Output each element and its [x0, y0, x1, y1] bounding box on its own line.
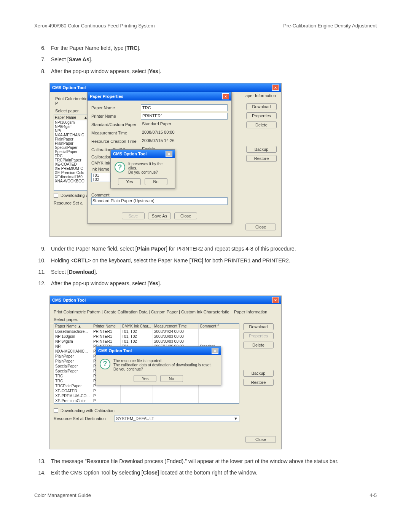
list-item[interactable]: XE-PREMIUM-C	[54, 166, 88, 171]
delete-button[interactable]: Delete	[243, 342, 274, 348]
sort-arrow-icon[interactable]: ▲	[78, 324, 81, 328]
table-row[interactable]: XE-PremiumColorP	[54, 398, 239, 403]
paper-name-input[interactable]	[141, 104, 228, 111]
header-right: Pre-Calibration Engine Density Adjustmen…	[283, 23, 377, 29]
yes-button[interactable]: Yes	[118, 178, 141, 185]
tab-paper-info[interactable]: Paper Information	[234, 310, 267, 314]
paper-list[interactable]: Paper Name▲ NPI160gsmNPI64gsmNPiNXA-MECH…	[54, 115, 89, 191]
confirm-popup: CMS Option Tool× ? It preserves it by th…	[110, 149, 175, 189]
confirm-popup: CMS Option Tool× ? The resource file is …	[96, 346, 221, 385]
comment-textarea[interactable]: Standard Plain Paper (Upstream)	[91, 197, 228, 205]
steps-group-a: 6.For the Paper Name field, type [TRC]. …	[34, 44, 377, 75]
table-row[interactable]: XE-PREMIUM-CO...P	[54, 393, 239, 398]
table-row[interactable]: NPI64gsmPRINTER1T01, T022008/03/03 00:00	[54, 339, 239, 344]
close-button[interactable]: Close	[245, 224, 276, 230]
yes-button[interactable]: Yes	[134, 375, 156, 382]
download-button[interactable]: Download	[243, 323, 274, 330]
close-icon[interactable]: ×	[212, 348, 218, 354]
list-item[interactable]: NXA-MECHANIC	[54, 133, 88, 137]
list-item[interactable]: PlainPaper	[54, 137, 88, 141]
steps-group-c: 13.The message "Resource file Download p…	[34, 457, 377, 477]
question-icon: ?	[100, 359, 110, 369]
outer-titlebar: CMS Option Tool ×	[50, 83, 281, 92]
list-item[interactable]: SpecialPaper	[54, 150, 88, 154]
list-item[interactable]: XE-PremiumColo	[54, 171, 88, 175]
list-item[interactable]: XNA-WOOKBOO	[54, 179, 88, 183]
close-button[interactable]: Close	[245, 436, 276, 443]
list-item[interactable]: NPI160gsm	[54, 120, 88, 125]
table-row[interactable]: XE-COATEDP	[54, 388, 239, 393]
close-button[interactable]: Close	[174, 212, 197, 219]
backup-button[interactable]: Backup	[246, 146, 277, 153]
list-item[interactable]: TRCPlainPaper	[54, 158, 88, 162]
close-icon[interactable]: ×	[272, 85, 279, 91]
restore-button[interactable]: Restore	[246, 155, 277, 162]
restore-button[interactable]: Restore	[243, 379, 274, 386]
properties-button: Properties	[243, 332, 274, 339]
list-item[interactable]: NPi	[54, 129, 88, 133]
screenshot-1: CMS Option Tool × Print Colorimetric P S…	[49, 83, 282, 237]
no-button[interactable]: No	[145, 178, 167, 185]
properties-button[interactable]: Properties	[246, 112, 277, 119]
list-item[interactable]: SpecialPaper	[54, 145, 88, 150]
save-as-button[interactable]: Save As	[148, 212, 171, 219]
tab-colorimetric[interactable]: Print Colorimetric P	[54, 96, 91, 105]
close-icon[interactable]: ×	[222, 93, 229, 99]
screenshot-2: CMS Option Tool × Print Colorimetric Pat…	[49, 296, 282, 449]
steps-group-b: 9.Under the Paper Name field, select [Pl…	[34, 244, 377, 288]
list-item[interactable]: XEdirectmail160	[54, 175, 88, 179]
paper-properties-dialog: Paper Properties × Paper Name Printer Na…	[87, 92, 232, 224]
table-row[interactable]: Boisetransactiore...PRINTER1T01, T022008…	[54, 329, 239, 334]
close-icon[interactable]: ×	[272, 297, 279, 303]
list-item[interactable]: NPI64gsm	[54, 125, 88, 129]
ink-list[interactable]: T01 T02	[91, 173, 110, 182]
tab-paper-info[interactable]: aper Information	[245, 93, 276, 98]
delete-button[interactable]: Delete	[246, 121, 277, 128]
chevron-down-icon[interactable]: ▼	[234, 416, 238, 421]
tabs-strip[interactable]: Print Colorimetric Pattern | Create Cali…	[54, 310, 229, 314]
downloading-checkbox[interactable]	[54, 193, 58, 198]
resource-set-dropdown[interactable]: SYSTEM_DEFAULT▼	[115, 415, 239, 422]
list-item[interactable]: XE-COATED	[54, 162, 88, 166]
save-button: Save	[122, 212, 145, 219]
no-button[interactable]: No	[160, 375, 183, 382]
titlebar: CMS Option Tool ×	[50, 296, 281, 304]
close-icon[interactable]: ×	[166, 151, 172, 157]
question-icon: ?	[115, 162, 125, 173]
list-item[interactable]: PlainPaper	[54, 141, 88, 145]
backup-button[interactable]: Backup	[243, 370, 274, 377]
download-button[interactable]: Download	[246, 103, 277, 110]
list-item[interactable]: TRC	[54, 154, 88, 158]
downloading-checkbox[interactable]	[54, 408, 58, 413]
header-left: Xerox 490/980 Color Continuous Feed Prin…	[34, 23, 155, 29]
table-row[interactable]: NPI160gsmPRINTER1T01, T022008/03/03 00:0…	[54, 334, 239, 339]
page-header: Xerox 490/980 Color Continuous Feed Prin…	[34, 23, 377, 29]
page-footer: Color Management Guide 4-5	[34, 492, 377, 498]
